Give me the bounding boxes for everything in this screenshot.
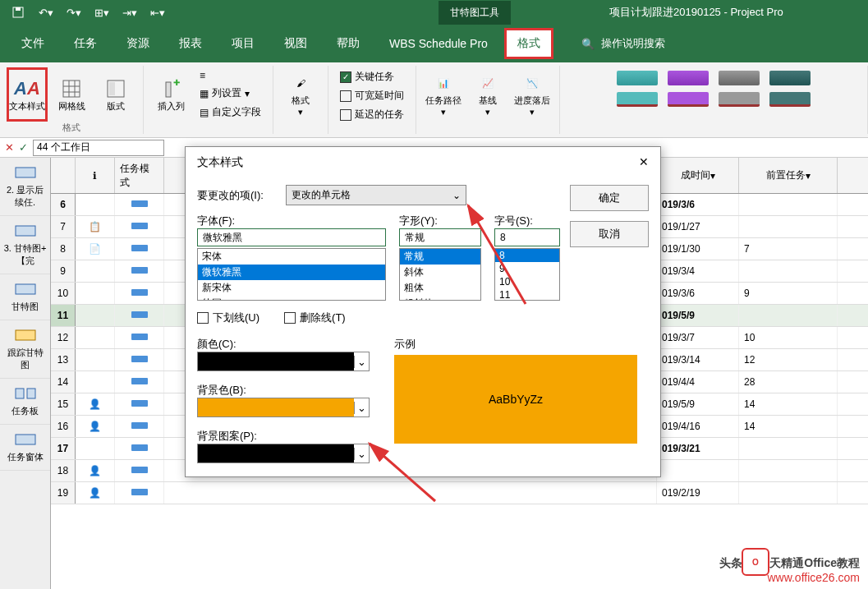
close-icon[interactable]: ✕ bbox=[639, 155, 649, 170]
tab-project[interactable]: 项目 bbox=[218, 28, 268, 59]
svg-rect-12 bbox=[16, 226, 35, 236]
outdent-icon[interactable]: ⇤▾ bbox=[146, 3, 169, 21]
gantt-style-7[interactable] bbox=[719, 92, 760, 107]
pred-column-header[interactable]: 前置任务 ▾ bbox=[739, 158, 838, 193]
pred-cell bbox=[739, 305, 838, 326]
undo-icon[interactable]: ↶▾ bbox=[34, 3, 57, 21]
size-list[interactable]: 8 9 10 11 bbox=[494, 248, 560, 301]
row-id[interactable]: 7 bbox=[51, 216, 76, 237]
late-tasks-check[interactable]: 延迟的任务 bbox=[335, 105, 409, 124]
baseline-button[interactable]: 📈基线 ▾ bbox=[467, 67, 508, 122]
info-cell bbox=[76, 194, 115, 215]
svg-rect-30 bbox=[131, 467, 148, 473]
redo-icon[interactable]: ↷▾ bbox=[62, 3, 85, 21]
svg-rect-31 bbox=[131, 489, 148, 495]
size-input[interactable] bbox=[494, 228, 560, 246]
row-id[interactable]: 9 bbox=[51, 260, 76, 282]
tab-wbs[interactable]: WBS Schedule Pro bbox=[376, 29, 501, 58]
cancel-entry-icon[interactable]: ✕ bbox=[5, 141, 14, 154]
field-icon: ▤ bbox=[200, 107, 209, 118]
gantt-style-5[interactable] bbox=[617, 92, 658, 107]
row-id[interactable]: 10 bbox=[51, 283, 76, 304]
row-id[interactable]: 17 bbox=[51, 438, 76, 459]
cancel-button[interactable]: 取消 bbox=[570, 221, 649, 247]
view-task-form[interactable]: 任务窗体 bbox=[0, 425, 50, 471]
gantt-style-8[interactable] bbox=[769, 92, 811, 107]
accept-entry-icon[interactable]: ✓ bbox=[19, 141, 28, 154]
ok-button[interactable]: 确定 bbox=[570, 185, 649, 211]
date-cell: 019/4/16 bbox=[657, 416, 739, 437]
gantt-style-2[interactable] bbox=[668, 71, 709, 85]
row-id[interactable]: 15 bbox=[51, 393, 76, 415]
gantt-style-3[interactable] bbox=[719, 71, 760, 85]
align-left-icon[interactable]: ≡ bbox=[195, 67, 266, 84]
link-icon[interactable]: ⊞▾ bbox=[90, 3, 113, 21]
task-path-button[interactable]: 📊任务路径 ▾ bbox=[423, 67, 464, 122]
grid-icon bbox=[60, 77, 83, 100]
color-label: 颜色(C): bbox=[197, 337, 370, 352]
row-id[interactable]: 19 bbox=[51, 482, 76, 504]
insert-column-button[interactable]: ✚ 插入列 bbox=[150, 67, 191, 122]
row-id[interactable]: 11 bbox=[51, 305, 76, 326]
tab-format[interactable]: 格式 bbox=[504, 28, 553, 59]
view-gantt[interactable]: 甘特图 bbox=[0, 274, 50, 320]
strikethrough-check[interactable]: 删除线(T) bbox=[284, 311, 346, 325]
pattern-combo[interactable]: ⌄ bbox=[197, 444, 370, 463]
custom-fields-button[interactable]: ▤自定义字段 bbox=[195, 103, 266, 122]
tab-report[interactable]: 报表 bbox=[166, 28, 215, 59]
info-cell bbox=[76, 349, 115, 370]
row-id[interactable]: 14 bbox=[51, 371, 76, 393]
slack-check[interactable]: 可宽延时间 bbox=[335, 86, 409, 105]
row-id[interactable]: 13 bbox=[51, 349, 76, 370]
row-id[interactable]: 12 bbox=[51, 327, 76, 348]
baseline-icon: 📈 bbox=[476, 71, 499, 94]
view-gantt-complete[interactable]: 3. 甘特图+【完 bbox=[0, 216, 50, 274]
mode-column-header[interactable]: 任务模式 bbox=[115, 158, 164, 193]
item-to-change-combo[interactable]: 更改的单元格⌄ bbox=[286, 185, 466, 205]
save-icon[interactable] bbox=[7, 3, 30, 21]
svg-rect-23 bbox=[131, 311, 148, 318]
gantt-style-6[interactable] bbox=[668, 92, 709, 107]
ribbon-content: AA 文本样式 网格线 版式 格式 ✚ 插入列 ≡ ▦列设置 ▾ ▤自定义字段 bbox=[0, 62, 868, 138]
gridlines-button[interactable]: 网格线 bbox=[51, 67, 92, 122]
row-id[interactable]: 18 bbox=[51, 460, 76, 481]
row-id[interactable]: 8 bbox=[51, 238, 76, 260]
font-list[interactable]: 宋体 微软雅黑 新宋体 幼圆 bbox=[197, 248, 386, 301]
view-tracking-gantt[interactable]: 跟踪甘特图 bbox=[0, 320, 50, 379]
gantt-style-1[interactable] bbox=[617, 71, 658, 85]
slippage-button[interactable]: 📉进度落后 ▾ bbox=[512, 67, 553, 122]
layout-button[interactable]: 版式 bbox=[95, 67, 136, 122]
bgcolor-combo[interactable]: ⌄ bbox=[197, 398, 370, 417]
tab-view[interactable]: 视图 bbox=[271, 28, 320, 59]
row-id[interactable]: 6 bbox=[51, 194, 76, 215]
tab-resource[interactable]: 资源 bbox=[113, 28, 163, 59]
row-id[interactable]: 16 bbox=[51, 416, 76, 437]
svg-rect-2 bbox=[63, 81, 80, 97]
view-show-successors[interactable]: 2. 显示后续任. bbox=[0, 158, 50, 216]
font-input[interactable] bbox=[197, 228, 386, 246]
tab-file[interactable]: 文件 bbox=[8, 28, 57, 59]
tab-help[interactable]: 帮助 bbox=[324, 28, 373, 59]
gantt-style-4[interactable] bbox=[769, 71, 811, 85]
info-column-header[interactable]: ℹ bbox=[76, 158, 115, 193]
date-cell: 019/3/14 bbox=[657, 349, 739, 370]
tell-me-search[interactable]: 🔍 操作说明搜索 bbox=[581, 36, 665, 51]
chevron-down-icon: ⌄ bbox=[452, 190, 461, 201]
text-styles-button[interactable]: AA 文本样式 bbox=[7, 67, 48, 122]
col-settings-button[interactable]: ▦列设置 ▾ bbox=[195, 84, 266, 103]
underline-check[interactable]: 下划线(U) bbox=[197, 311, 259, 325]
mode-cell bbox=[115, 283, 164, 304]
info-cell bbox=[76, 438, 115, 459]
pred-cell: 14 bbox=[739, 416, 838, 437]
tab-task[interactable]: 任务 bbox=[61, 28, 110, 59]
view-task-board[interactable]: 任务板 bbox=[0, 379, 50, 425]
color-combo[interactable]: ⌄ bbox=[197, 352, 370, 371]
end-column-header[interactable]: 成时间 ▾ bbox=[657, 158, 739, 193]
style-input[interactable] bbox=[399, 228, 481, 246]
entry-input[interactable] bbox=[33, 140, 164, 156]
critical-tasks-check[interactable]: ✓关键任务 bbox=[335, 67, 409, 86]
style-list[interactable]: 常规 斜体 粗体 粗斜体 bbox=[399, 248, 481, 301]
indent-icon[interactable]: ⇥▾ bbox=[118, 3, 141, 21]
format-button[interactable]: 🖌 格式 ▾ bbox=[280, 67, 321, 122]
table-row[interactable]: 19👤019/2/19 bbox=[51, 482, 868, 504]
